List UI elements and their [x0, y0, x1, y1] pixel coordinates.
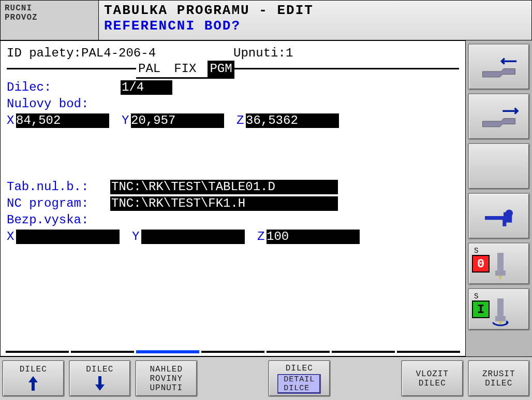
- bezp-x-value[interactable]: [16, 230, 120, 244]
- svg-point-0: [506, 209, 513, 217]
- softkey-dilec-down[interactable]: DILEC: [69, 360, 131, 397]
- tab-bar: PAL FIX PGM: [7, 61, 459, 76]
- softkey-zrusit[interactable]: ZRUSIT DILEC: [468, 360, 530, 397]
- tabnul-value[interactable]: TNC:\RK\TEST\TABLE01.D: [110, 180, 338, 194]
- svg-rect-2: [495, 270, 506, 276]
- spindle-tool-rotate-icon: [477, 296, 524, 327]
- softkey-empty-1: [202, 360, 264, 397]
- softkey-spindle-on[interactable]: S I: [468, 288, 530, 331]
- f6-l1: ZRUSIT: [482, 369, 515, 379]
- bezp-label: Bezp.vyska:: [7, 212, 110, 228]
- softkey-tool-left[interactable]: [468, 44, 530, 90]
- tool-right-arrow-icon: [476, 101, 522, 132]
- f2-label: DILEC: [86, 365, 113, 374]
- softkey-empty-2: [335, 360, 397, 397]
- softkey-dilec-up[interactable]: DILEC: [2, 360, 65, 397]
- svg-rect-3: [497, 298, 504, 316]
- x-label: X: [7, 112, 16, 129]
- tab-pgm[interactable]: PGM: [208, 61, 234, 79]
- bezp-y-label: Y: [132, 228, 141, 245]
- softkey-vlozit[interactable]: VLOZIT DILEC: [401, 360, 464, 397]
- softkey-blank-1[interactable]: [468, 143, 530, 190]
- f3-l1: NAHLED: [150, 365, 183, 374]
- header-bar: RUCNI PROVOZ TABULKA PROGRAMU - EDIT REF…: [0, 0, 532, 40]
- f5-l2: DILEC: [419, 379, 446, 388]
- screen-prompt: REFERENCNI BOD?: [104, 18, 526, 34]
- bezp-y-value[interactable]: [141, 230, 245, 244]
- bezp-z-value[interactable]: 100: [267, 230, 360, 244]
- x-value[interactable]: 84,502: [16, 113, 109, 128]
- f5-l1: VLOZIT: [416, 369, 449, 379]
- tab-pal[interactable]: PAL: [136, 61, 162, 79]
- ncprog-label: NC program:: [7, 195, 110, 212]
- softkey-coolant[interactable]: [468, 193, 530, 239]
- softkey-detail-dilce[interactable]: DILEC DETAIL DILCE: [268, 360, 331, 397]
- title-area: TABULKA PROGRAMU - EDIT REFERENCNI BOD?: [99, 1, 531, 40]
- detail-dilce-button[interactable]: DETAIL DILCE: [277, 374, 321, 394]
- ncprog-value[interactable]: TNC:\RK\TEST\FK1.H: [110, 196, 338, 211]
- mode-line2: PROVOZ: [5, 13, 94, 22]
- arrow-up-icon: [26, 374, 40, 393]
- f4-btn-l2: DILCE: [284, 384, 315, 393]
- f4-l1: DILEC: [286, 364, 313, 373]
- dilec-value[interactable]: 1/4: [121, 80, 172, 95]
- mode-line1: RUCNI: [5, 4, 94, 13]
- id-label: ID palety:: [7, 45, 81, 62]
- bezp-x-label: X: [7, 228, 16, 245]
- spindle-tool-icon: [477, 251, 524, 282]
- page-indicator: [6, 351, 460, 354]
- bezp-z-label: Z: [257, 228, 267, 245]
- nulovy-label: Nulovy bod:: [7, 96, 121, 112]
- softkey-nahled[interactable]: NAHLED ROVINY UPNUTI: [135, 360, 198, 397]
- z-value[interactable]: 36,5362: [246, 113, 339, 128]
- svg-rect-4: [495, 316, 506, 321]
- side-softkey-bar: S 0 S I: [466, 40, 532, 356]
- tab-fix[interactable]: FIX: [172, 61, 198, 79]
- y-label: Y: [122, 112, 131, 129]
- tool-left-arrow-icon: [476, 51, 522, 82]
- bottom-softkey-bar: DILEC DILEC NAHLED ROVINY UPNUTI DILEC D…: [0, 356, 532, 400]
- f4-btn-l1: DETAIL: [284, 375, 315, 384]
- main-panel: ID palety: PAL4-206-4 Upnuti: 1 PAL FIX …: [0, 40, 466, 356]
- f3-l3: UPNUTI: [150, 383, 183, 393]
- screen-title: TABULKA PROGRAMU - EDIT: [104, 3, 526, 18]
- mode-indicator: RUCNI PROVOZ: [1, 1, 99, 40]
- softkey-spindle-stop[interactable]: S 0: [468, 242, 530, 285]
- tabnul-label: Tab.nul.b.:: [7, 179, 110, 195]
- faucet-icon: [476, 201, 522, 232]
- softkey-tool-right[interactable]: [468, 93, 530, 140]
- dilec-label: Dilec:: [7, 79, 121, 96]
- y-value[interactable]: 20,957: [131, 113, 224, 128]
- id-value: PAL4-206-4: [81, 45, 156, 62]
- arrow-down-icon: [93, 374, 107, 393]
- f3-l2: ROVINY: [150, 374, 183, 383]
- f1-label: DILEC: [20, 365, 47, 374]
- svg-rect-1: [497, 253, 504, 270]
- upnuti-label: Upnuti:: [233, 45, 286, 62]
- upnuti-value: 1: [286, 45, 293, 62]
- z-label: Z: [237, 112, 246, 129]
- f6-l2: DILEC: [485, 379, 512, 388]
